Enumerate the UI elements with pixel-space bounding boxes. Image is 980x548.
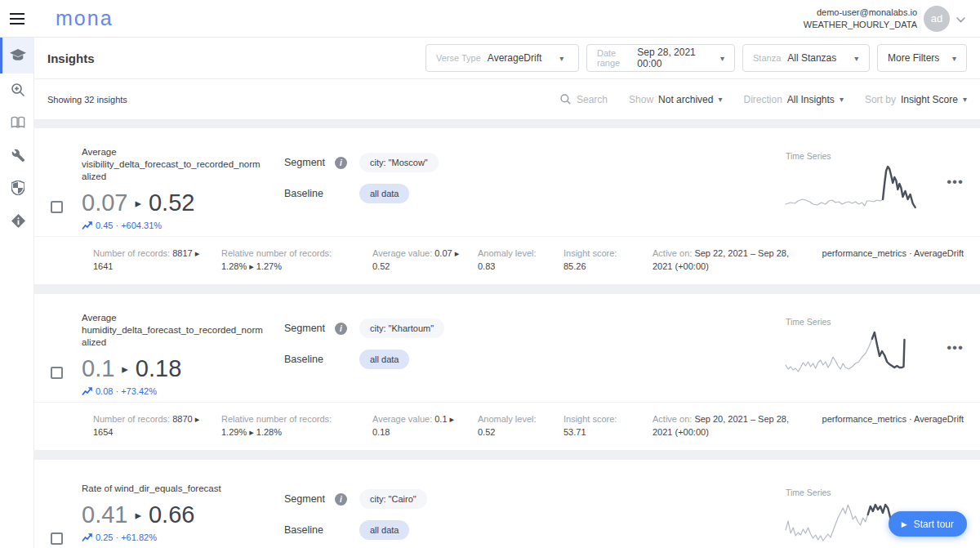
metric-label: Insight score: xyxy=(564,414,617,424)
menu-icon[interactable] xyxy=(0,13,34,25)
sidebar-item-config[interactable] xyxy=(0,139,33,172)
shield-icon xyxy=(11,180,24,195)
metric-label: Number of records: xyxy=(93,414,170,424)
value-from: 0.1 xyxy=(82,355,114,382)
sort-by-filter[interactable]: Sort by Insight Score ▾ xyxy=(865,94,967,105)
segment-chip[interactable]: city: "Moscow" xyxy=(359,153,439,172)
verse-type-filter[interactable]: Verse Type AverageDrift ▾ xyxy=(425,44,579,72)
metric-value: 85.26 xyxy=(564,261,586,271)
segment-chip[interactable]: city: "Khartoum" xyxy=(359,319,444,338)
filter-value: More Filters xyxy=(888,52,939,64)
insight-checkbox[interactable] xyxy=(51,201,63,213)
trend-up-icon xyxy=(82,387,92,396)
brand-logo[interactable]: mona xyxy=(56,7,114,30)
info-icon[interactable]: i xyxy=(335,493,347,506)
insight-card: Average visibility_delta_forecast_to_rec… xyxy=(34,128,980,284)
showing-count: Showing 32 insights xyxy=(47,95,127,105)
sparkline xyxy=(784,327,929,381)
trend-delta: 0.45 · +604.31% xyxy=(82,221,284,230)
direction-filter[interactable]: Direction All Insights ▾ xyxy=(743,94,843,105)
value-from: 0.41 xyxy=(82,501,127,528)
trend-up-icon xyxy=(82,533,92,542)
open-book-icon xyxy=(11,116,25,129)
trend-text: 0.08 · +73.42% xyxy=(96,386,157,396)
sidebar-item-insights[interactable] xyxy=(0,38,33,74)
baseline-chip[interactable]: all data xyxy=(359,350,409,369)
metric-value: 0.83 xyxy=(478,261,495,271)
context-name: WEATHER_HOURLY_DATA xyxy=(804,19,917,31)
metric-label: Active on: xyxy=(653,248,692,258)
metric-value: 1.29% ▸ 1.28% xyxy=(221,427,282,437)
value-to: 0.66 xyxy=(149,501,194,528)
chevron-down-icon[interactable] xyxy=(956,11,965,26)
segment-chip[interactable]: city: "Cairo" xyxy=(359,489,427,509)
stanza-filter[interactable]: Stanza All Stanzas ▾ xyxy=(742,44,870,72)
more-options-icon[interactable]: ••• xyxy=(947,340,964,356)
insight-value: 0.1 ▸ 0.18 xyxy=(82,355,284,382)
sidebar-item-investigate[interactable] xyxy=(0,74,33,106)
account-info: demo-user@monalabs.io WEATHER_HOURLY_DAT… xyxy=(804,7,917,31)
insight-value: 0.41 ▸ 0.66 xyxy=(82,501,284,528)
sidebar-item-alerts[interactable] xyxy=(0,204,33,237)
graduation-cap-icon xyxy=(10,49,26,62)
time-series-label: Time Series xyxy=(786,317,929,327)
segment-label: Segment xyxy=(284,157,335,168)
start-tour-button[interactable]: ▶ Start tour xyxy=(889,511,967,537)
time-series-chart: Time Series xyxy=(784,128,929,236)
more-options-icon[interactable]: ••• xyxy=(947,174,964,190)
caret-down-icon: ▾ xyxy=(718,95,722,104)
sort-label: Sort by xyxy=(865,94,896,105)
sparkline xyxy=(784,161,929,215)
metric-tags: performance_metrics · AverageDrift xyxy=(822,248,964,258)
metric-label: Relative number of records: xyxy=(221,414,332,424)
time-series-label: Time Series xyxy=(786,488,929,497)
time-series-chart: Time Series xyxy=(784,294,929,402)
metric-value: 53.71 xyxy=(564,427,586,437)
sidebar-item-policies[interactable] xyxy=(0,172,33,204)
direction-value: All Insights xyxy=(787,94,835,105)
caret-down-icon: ▾ xyxy=(854,54,858,63)
trend-delta: 0.08 · +73.42% xyxy=(82,386,284,396)
start-tour-label: Start tour xyxy=(914,519,954,530)
metric-label: Anomaly level: xyxy=(478,248,537,258)
metric-label: Anomaly level: xyxy=(478,414,537,424)
caret-down-icon: ▾ xyxy=(963,95,967,104)
date-range-filter[interactable]: Date range Sep 28, 2021 00:00 ▾ xyxy=(586,44,735,72)
show-label: Show xyxy=(629,94,653,105)
insight-value: 0.07 ▸ 0.52 xyxy=(82,189,284,216)
search-input[interactable]: Search xyxy=(560,94,608,105)
insight-card: Rate of wind_dir_equals_forecast 0.41 ▸ … xyxy=(34,460,980,548)
insight-checkbox[interactable] xyxy=(51,532,63,545)
metric-label: Relative number of records: xyxy=(221,248,332,258)
page-title: Insights xyxy=(47,51,95,65)
info-icon[interactable]: i xyxy=(335,157,347,169)
caret-down-icon: ▾ xyxy=(840,95,844,104)
filter-label: Date range xyxy=(597,48,630,68)
sidebar-item-data[interactable] xyxy=(0,106,33,139)
page-header: Insights Verse Type AverageDrift ▾ Date … xyxy=(34,38,980,79)
filter-value: AverageDrift xyxy=(488,52,541,64)
show-filter[interactable]: Show Not archived ▾ xyxy=(629,94,722,105)
search-plus-icon xyxy=(11,82,25,97)
insight-checkbox[interactable] xyxy=(51,367,63,379)
value-from: 0.07 xyxy=(82,189,127,216)
info-icon[interactable]: i xyxy=(335,323,347,335)
user-email: demo-user@monalabs.io xyxy=(804,7,917,19)
caret-down-icon: ▾ xyxy=(559,54,564,63)
caret-down-icon: ▾ xyxy=(720,54,724,63)
insight-card: Average humidity_delta_forecast_to_recor… xyxy=(34,294,980,450)
metric-value: 1.28% ▸ 1.27% xyxy=(221,261,282,271)
baseline-label: Baseline xyxy=(284,354,335,365)
trend-up-icon xyxy=(82,221,92,230)
metric-label: Active on: xyxy=(653,414,692,424)
baseline-chip[interactable]: all data xyxy=(359,184,409,203)
metrics-row: Number of records: 8817 ▸ 1641 Relative … xyxy=(34,236,980,284)
baseline-chip[interactable]: all data xyxy=(359,520,409,540)
topbar: mona demo-user@monalabs.io WEATHER_HOURL… xyxy=(0,0,980,38)
arrow-right-icon: ▸ xyxy=(122,362,128,376)
time-series-label: Time Series xyxy=(786,151,929,161)
filter-label: Stanza xyxy=(753,53,781,63)
more-filters-button[interactable]: More Filters ▾ xyxy=(877,44,967,72)
avatar[interactable]: ad xyxy=(924,6,950,32)
play-icon: ▶ xyxy=(902,520,907,528)
